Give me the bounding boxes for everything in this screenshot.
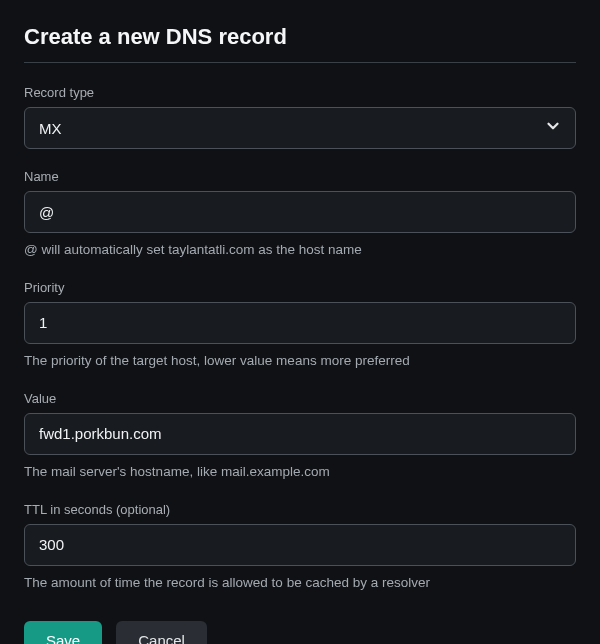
field-ttl: TTL in seconds (optional) The amount of … [24,502,576,593]
actions-row: Save Cancel [24,621,576,644]
value-label: Value [24,391,576,406]
name-input[interactable] [24,191,576,233]
name-help: @ will automatically set taylantatli.com… [24,241,576,260]
record-type-label: Record type [24,85,576,100]
field-value: Value The mail server's hostname, like m… [24,391,576,482]
field-record-type: Record type MX [24,85,576,149]
ttl-input[interactable] [24,524,576,566]
value-input[interactable] [24,413,576,455]
page-title: Create a new DNS record [24,24,576,50]
ttl-help: The amount of time the record is allowed… [24,574,576,593]
record-type-select[interactable]: MX [24,107,576,149]
value-help: The mail server's hostname, like mail.ex… [24,463,576,482]
cancel-button[interactable]: Cancel [116,621,207,644]
title-divider [24,62,576,63]
save-button[interactable]: Save [24,621,102,644]
name-label: Name [24,169,576,184]
field-priority: Priority The priority of the target host… [24,280,576,371]
ttl-label: TTL in seconds (optional) [24,502,576,517]
priority-help: The priority of the target host, lower v… [24,352,576,371]
field-name: Name @ will automatically set taylantatl… [24,169,576,260]
priority-label: Priority [24,280,576,295]
priority-input[interactable] [24,302,576,344]
record-type-select-wrap: MX [24,107,576,149]
